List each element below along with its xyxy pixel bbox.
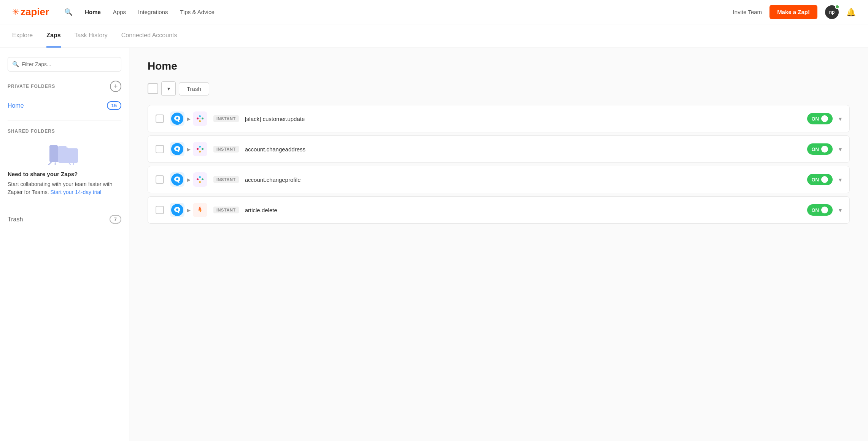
- zap-checkbox[interactable]: [156, 145, 164, 153]
- instant-badge: INSTANT: [213, 146, 239, 153]
- nav-apps[interactable]: Apps: [113, 9, 126, 15]
- avatar[interactable]: np: [825, 5, 839, 19]
- arrow-icon: ▶: [187, 207, 191, 213]
- tab-connected-accounts[interactable]: Connected Accounts: [121, 24, 177, 48]
- avatar-initials: np: [829, 10, 835, 15]
- toggle-circle: [821, 207, 828, 213]
- svg-rect-20: [199, 146, 201, 148]
- page-title: Home: [148, 60, 850, 72]
- zap-expand-chevron[interactable]: ▾: [839, 115, 842, 122]
- private-folders-label: PRIVATE FOLDERS: [8, 84, 55, 89]
- avatar-badge: [835, 5, 839, 9]
- app-icon-shopware: [170, 111, 184, 126]
- nav-links: Home Apps Integrations Tips & Advice: [85, 9, 733, 15]
- zap-checkbox[interactable]: [156, 206, 164, 214]
- select-chevron-button[interactable]: ▾: [161, 81, 176, 96]
- svg-rect-29: [199, 181, 201, 183]
- main-content: Home ▾ Trash ▶: [129, 48, 868, 441]
- logo[interactable]: ✳ zapier: [12, 6, 49, 18]
- trash-folder-badge: 7: [110, 215, 121, 224]
- tab-task-history[interactable]: Task History: [75, 24, 108, 48]
- arrow-icon: ▶: [187, 146, 191, 152]
- invite-team-link[interactable]: Invite Team: [733, 9, 762, 15]
- zap-row: ▶ INSTANT account.changeaddress O: [148, 135, 850, 163]
- home-folder-item[interactable]: Home 15: [8, 98, 121, 113]
- zap-name: [slack] customer.update: [245, 116, 801, 122]
- svg-rect-25: [194, 174, 206, 185]
- zap-name: account.changeaddress: [245, 146, 801, 153]
- share-body: Start collaborating with your team faste…: [8, 180, 121, 196]
- toggle-label: ON: [812, 177, 819, 183]
- svg-rect-11: [197, 118, 199, 119]
- svg-rect-15: [199, 118, 201, 119]
- svg-rect-12: [199, 115, 201, 117]
- zap-toggle[interactable]: ON: [807, 113, 833, 124]
- svg-rect-27: [199, 176, 201, 178]
- sidebar-divider-2: [8, 204, 121, 204]
- bell-icon[interactable]: 🔔: [846, 8, 856, 17]
- app-icon-slack: [193, 142, 207, 156]
- zap-toggle[interactable]: ON: [807, 143, 833, 155]
- app-icon-slack: [193, 172, 207, 187]
- shared-folders-section: SHARED FOLDERS Need to share you: [8, 129, 121, 196]
- svg-rect-21: [202, 148, 203, 150]
- trial-link[interactable]: Start your 14-day trial: [51, 189, 102, 195]
- zap-expand-chevron[interactable]: ▾: [839, 207, 842, 214]
- svg-rect-18: [194, 143, 206, 155]
- svg-rect-14: [199, 120, 201, 122]
- nav-tips[interactable]: Tips & Advice: [180, 9, 214, 15]
- private-folders-header: PRIVATE FOLDERS +: [8, 81, 121, 92]
- select-all-checkbox[interactable]: [148, 83, 158, 94]
- shared-folders-label: SHARED FOLDERS: [8, 129, 121, 134]
- svg-rect-26: [197, 178, 199, 180]
- nav-home[interactable]: Home: [85, 9, 101, 15]
- app-icon-shopware: [170, 203, 184, 217]
- slack-svg: [194, 113, 206, 124]
- svg-point-31: [176, 208, 178, 211]
- folders-illustration: [8, 140, 121, 165]
- home-folder-name: Home: [8, 102, 24, 109]
- nav-integrations[interactable]: Integrations: [138, 9, 168, 15]
- svg-rect-22: [199, 151, 201, 153]
- app-icon-shopware: [170, 172, 184, 187]
- toggle-label: ON: [812, 146, 819, 152]
- nav-right: Invite Team Make a Zap! np 🔔: [733, 5, 856, 19]
- sidebar-divider-1: [8, 121, 121, 121]
- zap-expand-chevron[interactable]: ▾: [839, 146, 842, 153]
- svg-rect-3: [58, 146, 67, 150]
- tab-explore[interactable]: Explore: [12, 24, 33, 48]
- svg-line-4: [49, 162, 51, 165]
- toolbar: ▾ Trash: [148, 81, 850, 96]
- zap-apps: ▶: [170, 142, 207, 156]
- zap-checkbox[interactable]: [156, 175, 164, 184]
- app-icon-slack: [193, 111, 207, 126]
- toggle-circle: [821, 115, 828, 122]
- zap-expand-chevron[interactable]: ▾: [839, 176, 842, 183]
- zap-list: ▶ INSTANT [: [148, 105, 850, 224]
- zap-toggle[interactable]: ON: [807, 174, 833, 185]
- zap-checkbox[interactable]: [156, 114, 164, 123]
- tab-zaps[interactable]: Zaps: [46, 24, 60, 48]
- filter-zaps-input[interactable]: [8, 57, 121, 72]
- instant-badge: INSTANT: [213, 207, 239, 213]
- main-layout: 🔍 PRIVATE FOLDERS + Home 15 SHARED FOLDE…: [0, 48, 868, 441]
- zap-toggle[interactable]: ON: [807, 204, 833, 216]
- svg-rect-19: [197, 148, 199, 150]
- svg-point-17: [176, 148, 178, 150]
- trash-folder-item[interactable]: Trash 7: [8, 212, 121, 227]
- search-icon[interactable]: 🔍: [64, 8, 73, 16]
- svg-point-24: [176, 178, 178, 180]
- app-icon-shopware: [170, 142, 184, 156]
- svg-point-9: [176, 117, 178, 119]
- svg-rect-13: [202, 118, 203, 119]
- app-icon-fire: [193, 203, 207, 217]
- zap-row: ▶ INSTANT [: [148, 105, 850, 132]
- trash-button[interactable]: Trash: [179, 82, 209, 95]
- make-zap-button[interactable]: Make a Zap!: [769, 5, 817, 19]
- shopware-svg: [171, 113, 183, 125]
- sidebar: 🔍 PRIVATE FOLDERS + Home 15 SHARED FOLDE…: [0, 48, 129, 441]
- add-folder-button[interactable]: +: [110, 81, 121, 92]
- zap-apps: ▶: [170, 172, 207, 187]
- trash-folder-name: Trash: [8, 216, 23, 223]
- zap-apps: ▶: [170, 203, 207, 217]
